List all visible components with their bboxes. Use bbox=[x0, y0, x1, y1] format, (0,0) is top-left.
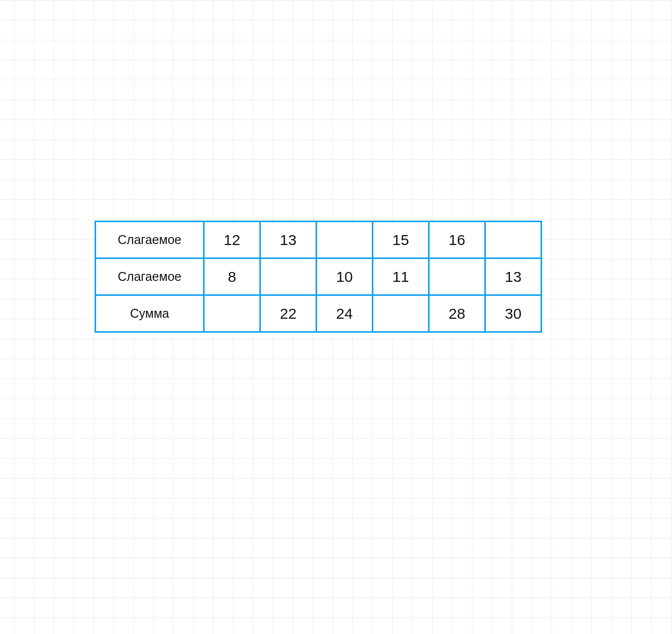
cell bbox=[204, 295, 260, 332]
cell: 8 bbox=[204, 258, 260, 295]
table-row: Слагаемое 8 10 11 13 bbox=[96, 258, 542, 295]
cell bbox=[429, 258, 485, 295]
cell: 10 bbox=[317, 258, 373, 295]
cell: 12 bbox=[204, 222, 260, 258]
cell bbox=[317, 222, 373, 258]
row-label-addend-1: Слагаемое bbox=[96, 222, 204, 258]
addition-table: Слагаемое 12 13 15 16 Слагаемое 8 10 11 … bbox=[95, 221, 542, 333]
cell: 13 bbox=[485, 258, 542, 295]
table-row: Сумма 22 24 28 30 bbox=[96, 295, 542, 332]
cell: 13 bbox=[260, 222, 317, 258]
cell bbox=[373, 295, 429, 332]
cell: 11 bbox=[373, 258, 429, 295]
table-row: Слагаемое 12 13 15 16 bbox=[96, 222, 542, 258]
row-label-addend-2: Слагаемое bbox=[96, 258, 204, 295]
cell: 24 bbox=[317, 295, 373, 332]
cell: 30 bbox=[485, 295, 542, 332]
cell: 15 bbox=[373, 222, 429, 258]
cell bbox=[485, 222, 542, 258]
cell: 28 bbox=[429, 295, 485, 332]
cell: 22 bbox=[260, 295, 317, 332]
cell bbox=[260, 258, 317, 295]
addition-table-container: Слагаемое 12 13 15 16 Слагаемое 8 10 11 … bbox=[95, 221, 542, 333]
row-label-sum: Сумма bbox=[96, 295, 204, 332]
cell: 16 bbox=[429, 222, 485, 258]
